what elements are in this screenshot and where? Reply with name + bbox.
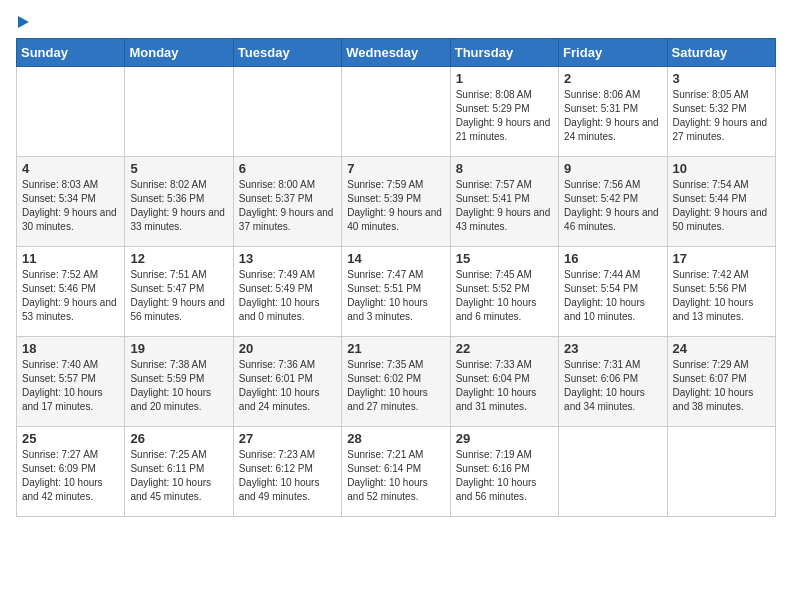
day-info: Sunrise: 7:29 AM Sunset: 6:07 PM Dayligh… bbox=[673, 358, 770, 414]
calendar-week-1: 1Sunrise: 8:08 AM Sunset: 5:29 PM Daylig… bbox=[17, 67, 776, 157]
day-number: 15 bbox=[456, 251, 553, 266]
calendar-cell: 20Sunrise: 7:36 AM Sunset: 6:01 PM Dayli… bbox=[233, 337, 341, 427]
calendar-table: SundayMondayTuesdayWednesdayThursdayFrid… bbox=[16, 38, 776, 517]
calendar-cell: 29Sunrise: 7:19 AM Sunset: 6:16 PM Dayli… bbox=[450, 427, 558, 517]
day-info: Sunrise: 7:19 AM Sunset: 6:16 PM Dayligh… bbox=[456, 448, 553, 504]
calendar-cell: 13Sunrise: 7:49 AM Sunset: 5:49 PM Dayli… bbox=[233, 247, 341, 337]
day-number: 11 bbox=[22, 251, 119, 266]
calendar-cell: 6Sunrise: 8:00 AM Sunset: 5:37 PM Daylig… bbox=[233, 157, 341, 247]
calendar-cell bbox=[559, 427, 667, 517]
day-info: Sunrise: 7:52 AM Sunset: 5:46 PM Dayligh… bbox=[22, 268, 119, 324]
day-info: Sunrise: 8:03 AM Sunset: 5:34 PM Dayligh… bbox=[22, 178, 119, 234]
calendar-cell bbox=[667, 427, 775, 517]
calendar-cell: 12Sunrise: 7:51 AM Sunset: 5:47 PM Dayli… bbox=[125, 247, 233, 337]
day-info: Sunrise: 7:35 AM Sunset: 6:02 PM Dayligh… bbox=[347, 358, 444, 414]
day-header-friday: Friday bbox=[559, 39, 667, 67]
day-number: 27 bbox=[239, 431, 336, 446]
calendar-cell: 2Sunrise: 8:06 AM Sunset: 5:31 PM Daylig… bbox=[559, 67, 667, 157]
day-info: Sunrise: 8:00 AM Sunset: 5:37 PM Dayligh… bbox=[239, 178, 336, 234]
day-info: Sunrise: 8:06 AM Sunset: 5:31 PM Dayligh… bbox=[564, 88, 661, 144]
day-number: 8 bbox=[456, 161, 553, 176]
day-number: 4 bbox=[22, 161, 119, 176]
calendar-cell: 22Sunrise: 7:33 AM Sunset: 6:04 PM Dayli… bbox=[450, 337, 558, 427]
day-number: 28 bbox=[347, 431, 444, 446]
day-header-sunday: Sunday bbox=[17, 39, 125, 67]
day-number: 22 bbox=[456, 341, 553, 356]
day-header-thursday: Thursday bbox=[450, 39, 558, 67]
calendar-cell bbox=[125, 67, 233, 157]
calendar-cell: 10Sunrise: 7:54 AM Sunset: 5:44 PM Dayli… bbox=[667, 157, 775, 247]
day-header-wednesday: Wednesday bbox=[342, 39, 450, 67]
calendar-week-4: 18Sunrise: 7:40 AM Sunset: 5:57 PM Dayli… bbox=[17, 337, 776, 427]
day-number: 14 bbox=[347, 251, 444, 266]
day-info: Sunrise: 7:23 AM Sunset: 6:12 PM Dayligh… bbox=[239, 448, 336, 504]
page-header bbox=[16, 16, 776, 28]
day-number: 3 bbox=[673, 71, 770, 86]
day-number: 19 bbox=[130, 341, 227, 356]
day-info: Sunrise: 8:05 AM Sunset: 5:32 PM Dayligh… bbox=[673, 88, 770, 144]
day-number: 6 bbox=[239, 161, 336, 176]
calendar-cell: 28Sunrise: 7:21 AM Sunset: 6:14 PM Dayli… bbox=[342, 427, 450, 517]
calendar-cell: 8Sunrise: 7:57 AM Sunset: 5:41 PM Daylig… bbox=[450, 157, 558, 247]
day-number: 20 bbox=[239, 341, 336, 356]
day-number: 18 bbox=[22, 341, 119, 356]
day-number: 13 bbox=[239, 251, 336, 266]
day-info: Sunrise: 8:08 AM Sunset: 5:29 PM Dayligh… bbox=[456, 88, 553, 144]
day-number: 24 bbox=[673, 341, 770, 356]
day-info: Sunrise: 8:02 AM Sunset: 5:36 PM Dayligh… bbox=[130, 178, 227, 234]
calendar-cell bbox=[17, 67, 125, 157]
calendar-cell: 7Sunrise: 7:59 AM Sunset: 5:39 PM Daylig… bbox=[342, 157, 450, 247]
calendar-week-3: 11Sunrise: 7:52 AM Sunset: 5:46 PM Dayli… bbox=[17, 247, 776, 337]
day-number: 5 bbox=[130, 161, 227, 176]
day-number: 21 bbox=[347, 341, 444, 356]
calendar-cell: 25Sunrise: 7:27 AM Sunset: 6:09 PM Dayli… bbox=[17, 427, 125, 517]
logo-name bbox=[16, 16, 29, 28]
day-header-tuesday: Tuesday bbox=[233, 39, 341, 67]
day-info: Sunrise: 7:56 AM Sunset: 5:42 PM Dayligh… bbox=[564, 178, 661, 234]
day-info: Sunrise: 7:54 AM Sunset: 5:44 PM Dayligh… bbox=[673, 178, 770, 234]
day-info: Sunrise: 7:45 AM Sunset: 5:52 PM Dayligh… bbox=[456, 268, 553, 324]
day-info: Sunrise: 7:40 AM Sunset: 5:57 PM Dayligh… bbox=[22, 358, 119, 414]
day-number: 17 bbox=[673, 251, 770, 266]
day-info: Sunrise: 7:57 AM Sunset: 5:41 PM Dayligh… bbox=[456, 178, 553, 234]
day-number: 26 bbox=[130, 431, 227, 446]
day-header-monday: Monday bbox=[125, 39, 233, 67]
day-info: Sunrise: 7:31 AM Sunset: 6:06 PM Dayligh… bbox=[564, 358, 661, 414]
day-info: Sunrise: 7:36 AM Sunset: 6:01 PM Dayligh… bbox=[239, 358, 336, 414]
day-number: 25 bbox=[22, 431, 119, 446]
calendar-cell bbox=[342, 67, 450, 157]
day-info: Sunrise: 7:25 AM Sunset: 6:11 PM Dayligh… bbox=[130, 448, 227, 504]
logo bbox=[16, 16, 29, 28]
calendar-cell bbox=[233, 67, 341, 157]
calendar-header-row: SundayMondayTuesdayWednesdayThursdayFrid… bbox=[17, 39, 776, 67]
calendar-week-5: 25Sunrise: 7:27 AM Sunset: 6:09 PM Dayli… bbox=[17, 427, 776, 517]
day-info: Sunrise: 7:38 AM Sunset: 5:59 PM Dayligh… bbox=[130, 358, 227, 414]
day-info: Sunrise: 7:47 AM Sunset: 5:51 PM Dayligh… bbox=[347, 268, 444, 324]
day-number: 10 bbox=[673, 161, 770, 176]
calendar-cell: 14Sunrise: 7:47 AM Sunset: 5:51 PM Dayli… bbox=[342, 247, 450, 337]
day-number: 1 bbox=[456, 71, 553, 86]
day-number: 2 bbox=[564, 71, 661, 86]
calendar-cell: 23Sunrise: 7:31 AM Sunset: 6:06 PM Dayli… bbox=[559, 337, 667, 427]
logo-chevron-icon bbox=[18, 16, 29, 28]
calendar-cell: 26Sunrise: 7:25 AM Sunset: 6:11 PM Dayli… bbox=[125, 427, 233, 517]
day-info: Sunrise: 7:27 AM Sunset: 6:09 PM Dayligh… bbox=[22, 448, 119, 504]
day-number: 29 bbox=[456, 431, 553, 446]
day-number: 7 bbox=[347, 161, 444, 176]
day-info: Sunrise: 7:42 AM Sunset: 5:56 PM Dayligh… bbox=[673, 268, 770, 324]
day-number: 9 bbox=[564, 161, 661, 176]
calendar-cell: 18Sunrise: 7:40 AM Sunset: 5:57 PM Dayli… bbox=[17, 337, 125, 427]
day-info: Sunrise: 7:51 AM Sunset: 5:47 PM Dayligh… bbox=[130, 268, 227, 324]
calendar-cell: 3Sunrise: 8:05 AM Sunset: 5:32 PM Daylig… bbox=[667, 67, 775, 157]
calendar-cell: 11Sunrise: 7:52 AM Sunset: 5:46 PM Dayli… bbox=[17, 247, 125, 337]
day-info: Sunrise: 7:49 AM Sunset: 5:49 PM Dayligh… bbox=[239, 268, 336, 324]
calendar-cell: 21Sunrise: 7:35 AM Sunset: 6:02 PM Dayli… bbox=[342, 337, 450, 427]
day-info: Sunrise: 7:59 AM Sunset: 5:39 PM Dayligh… bbox=[347, 178, 444, 234]
day-info: Sunrise: 7:21 AM Sunset: 6:14 PM Dayligh… bbox=[347, 448, 444, 504]
day-info: Sunrise: 7:33 AM Sunset: 6:04 PM Dayligh… bbox=[456, 358, 553, 414]
calendar-cell: 15Sunrise: 7:45 AM Sunset: 5:52 PM Dayli… bbox=[450, 247, 558, 337]
calendar-cell: 4Sunrise: 8:03 AM Sunset: 5:34 PM Daylig… bbox=[17, 157, 125, 247]
day-header-saturday: Saturday bbox=[667, 39, 775, 67]
calendar-cell: 16Sunrise: 7:44 AM Sunset: 5:54 PM Dayli… bbox=[559, 247, 667, 337]
day-info: Sunrise: 7:44 AM Sunset: 5:54 PM Dayligh… bbox=[564, 268, 661, 324]
